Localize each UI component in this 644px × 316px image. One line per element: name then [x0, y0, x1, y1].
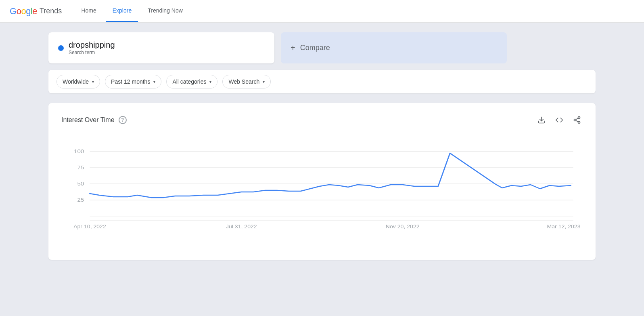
download-icon: [537, 116, 546, 124]
chevron-down-icon-search-type: ▾: [263, 80, 265, 84]
filters-area: Worldwide ▾ Past 12 months ▾ All categor…: [48, 70, 596, 93]
logo[interactable]: Google Trends: [10, 6, 62, 17]
search-term-info: dropshipping Search term: [69, 40, 115, 55]
page-content: dropshipping Search term + Compare World…: [0, 23, 644, 316]
svg-text:75: 75: [77, 164, 84, 171]
compare-label: Compare: [300, 44, 330, 52]
filter-search-type[interactable]: Web Search ▾: [222, 75, 271, 88]
svg-line-5: [576, 118, 578, 119]
filter-time[interactable]: Past 12 months ▾: [105, 75, 161, 88]
search-area: dropshipping Search term + Compare: [48, 32, 596, 63]
svg-text:Jul 31, 2022: Jul 31, 2022: [226, 224, 257, 230]
svg-text:Apr 10, 2022: Apr 10, 2022: [73, 224, 106, 230]
filter-time-label: Past 12 months: [111, 78, 150, 85]
compare-box[interactable]: + Compare: [281, 32, 507, 63]
chart-header: Interest Over Time ?: [61, 114, 583, 126]
search-dot: [58, 45, 64, 51]
chart-container: 100 75 50 25 Apr 10, 2022 Jul 31, 2022 N…: [61, 135, 583, 250]
help-icon[interactable]: ?: [119, 116, 127, 124]
chevron-down-icon-region: ▾: [92, 80, 94, 84]
svg-line-4: [576, 120, 578, 122]
filter-category-label: All categories: [172, 78, 206, 85]
share-button[interactable]: [571, 114, 583, 126]
chart-title: Interest Over Time: [61, 116, 115, 124]
nav-item-explore[interactable]: Explore: [106, 0, 138, 22]
search-term-name: dropshipping: [69, 40, 115, 50]
logo-trends: Trends: [40, 7, 62, 15]
filter-search-type-label: Web Search: [228, 78, 259, 85]
logo-g2: g: [26, 6, 31, 16]
search-term-type: Search term: [69, 50, 115, 55]
chart-line: [90, 153, 571, 198]
chart-actions: [536, 114, 583, 126]
header: Google Trends Home Explore Trending Now: [0, 0, 644, 23]
embed-button[interactable]: [554, 114, 565, 126]
search-box: dropshipping Search term: [48, 32, 274, 63]
svg-text:50: 50: [77, 181, 84, 187]
nav-item-home[interactable]: Home: [75, 0, 102, 22]
chevron-down-icon-time: ▾: [153, 80, 155, 84]
filter-region[interactable]: Worldwide ▾: [56, 75, 100, 88]
filter-category[interactable]: All categories ▾: [166, 75, 217, 88]
logo-o2: o: [21, 6, 26, 16]
embed-icon: [555, 116, 563, 124]
chart-card: Interest Over Time ?: [48, 103, 596, 260]
logo-e: e: [32, 6, 37, 16]
main-nav: Home Explore Trending Now: [75, 0, 189, 22]
compare-plus-icon: +: [291, 43, 295, 53]
download-button[interactable]: [536, 114, 547, 126]
svg-text:Mar 12, 2023: Mar 12, 2023: [547, 224, 581, 230]
logo-o1: o: [17, 6, 21, 16]
chevron-down-icon-category: ▾: [209, 80, 211, 84]
nav-item-trending-now[interactable]: Trending Now: [141, 0, 189, 22]
filter-region-label: Worldwide: [63, 78, 89, 85]
svg-text:100: 100: [74, 148, 84, 154]
logo-g: G: [10, 6, 17, 16]
chart-title-area: Interest Over Time ?: [61, 116, 127, 124]
svg-text:Nov 20, 2022: Nov 20, 2022: [386, 224, 420, 230]
svg-text:25: 25: [77, 197, 84, 203]
share-icon: [573, 116, 581, 124]
help-symbol: ?: [121, 117, 124, 123]
interest-over-time-chart: 100 75 50 25 Apr 10, 2022 Jul 31, 2022 N…: [61, 135, 583, 249]
